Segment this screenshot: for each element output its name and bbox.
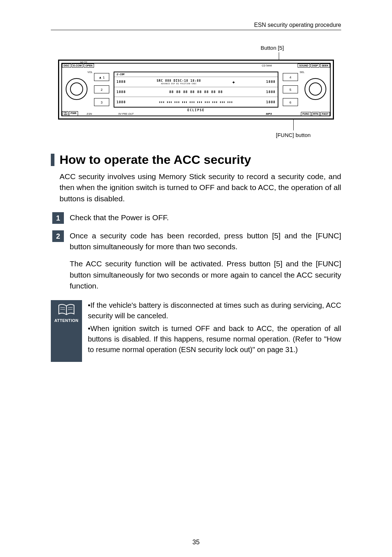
chip-open: OPEN [84, 64, 94, 68]
chip-seek: SEEK [320, 64, 330, 68]
bottom-left-chip-group: FM AM PWR [62, 111, 78, 117]
stereo-top-row: DISC E-COM OPEN MUTE CD 5444 SOUND DISP … [62, 62, 330, 69]
callout-button-5-pointer [279, 52, 279, 60]
brand-logo-text: E-COM [117, 73, 124, 76]
lcd-r3-right: 1888 [266, 100, 275, 104]
lcd-r3-mid: ▮▮▮ ▮▮▮ ▮▮▮ ▮▮▮ ▮▮▮ ▮▮▮ ▮▮▮ ▮▮▮ ▮▮▮ ▮▮▮ [159, 101, 233, 104]
chip-fast: FAST [320, 112, 330, 116]
page-number: 35 [0, 538, 392, 546]
preset-2: 2 [94, 85, 109, 93]
cd-model-label: CD 5444 [262, 64, 272, 67]
preset-4: 4 [283, 73, 298, 81]
lcd-row-2: 1888 88 88 88 88 88 88 88 88 1888 [114, 87, 278, 97]
step-1-title: Check that the Power is OFF. [70, 212, 341, 224]
chip-sound: SOUND [298, 64, 310, 68]
intro-paragraph: ACC security involves using Memory Stick… [60, 171, 341, 204]
callout-button-5-label: Button [5] [211, 45, 334, 51]
step-1-number: 1 [52, 212, 64, 224]
sel-label: SEL [300, 71, 305, 73]
attention-block: ATTENTION •If the vehicle's battery is d… [51, 300, 341, 362]
heading-accent-bar [51, 154, 54, 166]
callout-func-label: [FUNC] button [276, 132, 334, 138]
attention-bullet-1-text: If the vehicle's battery is disconnected… [88, 301, 341, 320]
stereo-bottom-row: FM AM PWR ESN 5V PRE-OUT MP3 FUNC RTN FA… [62, 110, 330, 117]
bottom-right-chip-group: FUNC RTN FAST [301, 112, 330, 116]
lcd-r2-mid: 88 88 88 88 88 88 88 88 [169, 90, 223, 94]
step-2-detail: The ACC security function will be activa… [70, 258, 341, 291]
chip-fm-am: FM AM [62, 111, 68, 117]
chip-pwr: PWR [69, 111, 78, 117]
lcd-r1-left: 1888 [117, 80, 126, 84]
page-title: How to operate the ACC security [60, 153, 251, 167]
stereo-diagram: Button [5] DISC E-COM OPEN MUTE CD 5444 … [58, 45, 334, 138]
lcd-row-1: 1888 SRC 888 DISC-18 18:88 ADVANCE DSP E… [114, 77, 278, 87]
lcd-row-3: 1888 ▮▮▮ ▮▮▮ ▮▮▮ ▮▮▮ ▮▮▮ ▮▮▮ ▮▮▮ ▮▮▮ ▮▮▮… [114, 97, 278, 107]
top-right-chip-group: SOUND DISP SEEK [298, 64, 330, 68]
section-heading: How to operate the ACC security [51, 153, 341, 167]
lcd-r3-left: 1888 [117, 100, 126, 104]
preset-buttons-right: 4 5 6 [283, 71, 298, 108]
lcd-r1-mid: SRC 888 DISC-18 18:88 [157, 79, 201, 82]
attention-label: ATTENTION [52, 318, 81, 323]
preset-buttons-left: ▲ 1 2 3 [94, 71, 109, 108]
step-1: 1 Check that the Power is OFF. [52, 212, 341, 224]
lcd-r1-right: 1888 [266, 80, 275, 84]
chip-disc: DISC [62, 64, 71, 68]
select-dial [305, 78, 326, 100]
nav-rose-icon: ✦ [232, 78, 236, 85]
lcd-r2-left: 1888 [117, 90, 126, 94]
lcd-r1-indicators: ADVANCE DSP EQ POSITION CREC [161, 82, 197, 85]
callout-func-pointer [293, 120, 294, 130]
car-stereo-faceplate: DISC E-COM OPEN MUTE CD 5444 SOUND DISP … [58, 60, 334, 120]
preset-3: 3 [94, 98, 109, 106]
page-header: ESN security operating procedure [51, 22, 341, 30]
preset-6: 6 [283, 98, 298, 106]
mp3-label: MP3 [266, 112, 272, 116]
esn-label: ESN [87, 113, 92, 115]
stereo-lcd: E-COM 1888 SRC 888 DISC-18 18:88 ADVANCE… [114, 72, 278, 108]
step-2: 2 Once a security code has been recorded… [52, 230, 341, 252]
open-book-icon [58, 304, 75, 316]
step-2-title: Once a security code has been recorded, … [70, 230, 341, 252]
attention-badge: ATTENTION [51, 300, 82, 362]
chip-rtn: RTN [312, 112, 320, 116]
step-2-number: 2 [52, 230, 64, 242]
attention-body: •If the vehicle's battery is disconnecte… [88, 300, 341, 362]
attention-bullet-2-text: When ignition switch is turned OFF and b… [88, 324, 341, 354]
lcd-top-strip: E-COM [114, 72, 278, 77]
preset-1: ▲ 1 [94, 73, 109, 81]
mute-label: MUTE [80, 61, 87, 64]
top-left-chip-group: DISC E-COM OPEN [62, 64, 94, 68]
preset-5: 5 [283, 85, 298, 93]
volume-dial [66, 78, 87, 100]
chip-ecom: E-COM [72, 64, 83, 68]
attention-bullet-1: •If the vehicle's battery is disconnecte… [88, 300, 341, 321]
lcd-r2-right: 1888 [266, 90, 275, 94]
vol-label: VOL [87, 71, 93, 73]
breadcrumb: ESN security operating procedure [254, 22, 341, 28]
preout-label: 5V PRE-OUT [118, 113, 134, 115]
attention-bullet-2: •When ignition switch is turned OFF and … [88, 323, 341, 355]
chip-func: FUNC [301, 112, 311, 116]
chip-disp: DISP [311, 64, 319, 68]
